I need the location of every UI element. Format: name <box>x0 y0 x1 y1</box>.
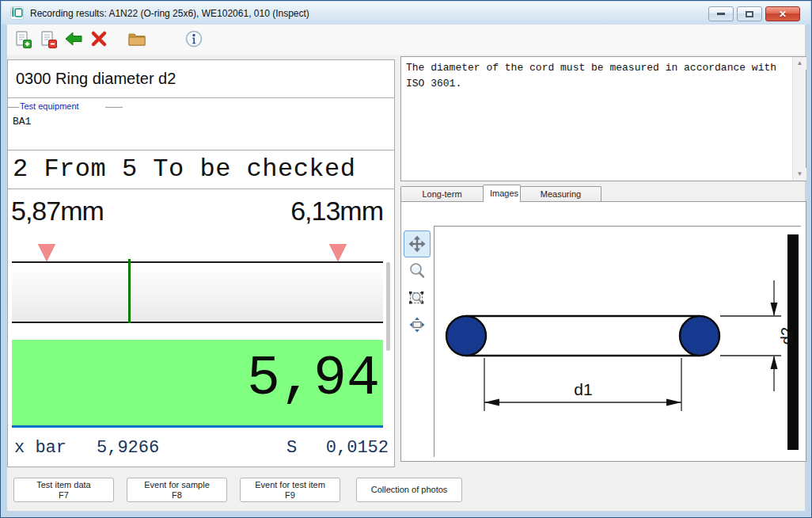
button-hotkey: F7 <box>59 490 69 501</box>
button-hotkey: F8 <box>172 490 182 501</box>
upper-limit-label: 6,13mm <box>290 196 383 227</box>
event-for-test-item-button[interactable]: Event for test item F9 <box>240 478 340 502</box>
test-equipment-label: Test equipment <box>20 101 79 111</box>
tab-strip: Long-term diagram Images Measuring value… <box>400 185 601 202</box>
back-arrow-icon <box>65 30 82 48</box>
close-button[interactable]: ✕ <box>765 6 800 21</box>
description-scrollbar[interactable]: ▲ ▼ <box>792 57 806 181</box>
button-label: Event for sample <box>144 480 210 490</box>
gauge-band <box>12 261 383 323</box>
description-text[interactable]: The diameter of the cord must be measure… <box>401 57 792 181</box>
description-box: The diameter of the cord must be measure… <box>400 56 806 181</box>
statistics-row: x bar 5,9266 S 0,0152 <box>8 438 394 460</box>
test-equipment-value: BA1 <box>13 116 31 128</box>
xbar-label: x bar <box>14 438 66 458</box>
delete-x-icon <box>90 30 108 48</box>
main-toolbar <box>7 25 805 55</box>
oring-diagram-image[interactable]: d1 d2 <box>434 226 801 457</box>
scroll-up-icon[interactable]: ▲ <box>793 57 806 70</box>
gauge-box: 5,87mm 6,13mm 5,94 x bar 5,9266 S 0,0152 <box>7 189 395 467</box>
divider <box>8 107 19 108</box>
app-icon <box>10 6 24 20</box>
info-button[interactable] <box>184 30 203 49</box>
back-button[interactable] <box>64 30 83 49</box>
button-label: Event for test item <box>255 480 325 490</box>
tab-long-term-diagram[interactable]: Long-term diagram <box>400 186 484 202</box>
title-bar: Recording results: A1N22 (O-ring 25x6), … <box>2 2 810 25</box>
measured-value-pointer <box>128 259 131 323</box>
maximize-icon <box>746 11 753 17</box>
sample-status-box: 2 From 5 To be checked <box>7 150 395 189</box>
scroll-down-icon[interactable]: ▼ <box>793 168 806 181</box>
event-for-sample-button[interactable]: Event for sample F8 <box>127 478 227 502</box>
button-label: Test item data <box>36 480 90 490</box>
lower-limit-marker-icon <box>38 244 55 261</box>
pan-tool-button[interactable] <box>404 230 431 257</box>
s-label: S <box>286 438 297 458</box>
button-label: Collection of photos <box>371 485 448 495</box>
fit-to-window-icon <box>408 316 426 333</box>
maximize-button[interactable] <box>737 6 762 21</box>
value-underline <box>12 425 383 428</box>
window-title: Recording results: A1N22 (O-ring 25x6), … <box>30 8 309 19</box>
app-window: Recording results: A1N22 (O-ring 25x6), … <box>0 0 812 518</box>
d2-dimension-label: d2 <box>778 327 795 345</box>
divider <box>105 107 123 108</box>
fit-to-window-tool-button[interactable] <box>404 311 431 338</box>
image-panel: d1 d2 <box>400 201 806 462</box>
remove-record-button[interactable] <box>39 30 58 49</box>
pan-icon <box>408 235 426 253</box>
measured-value-display: 5,94 <box>12 340 383 425</box>
minimize-icon <box>717 13 725 15</box>
gauge-scrollbar-thumb[interactable] <box>386 262 390 351</box>
upper-limit-marker-icon <box>329 244 347 261</box>
magnifier-icon <box>408 262 426 280</box>
xbar-value: 5,9266 <box>97 438 159 458</box>
content-area: 0300 Ring diameter d2 Test equipment BA1… <box>7 25 805 511</box>
lower-limit-label: 5,87mm <box>11 196 104 227</box>
zoom-tool-button[interactable] <box>404 257 431 284</box>
info-icon <box>185 30 203 48</box>
characteristic-header-box: 0300 Ring diameter d2 Test equipment BA1 <box>7 59 395 150</box>
s-value: 0,0152 <box>326 438 389 458</box>
d1-dimension-label: d1 <box>574 380 592 398</box>
characteristic-title: 0300 Ring diameter d2 <box>16 70 176 88</box>
zoom-selection-tool-button[interactable] <box>404 284 431 311</box>
folder-icon <box>127 30 146 48</box>
tab-measuring-values[interactable]: Measuring values <box>520 186 601 202</box>
remove-record-icon <box>39 30 58 49</box>
add-record-icon <box>13 30 32 49</box>
open-folder-button[interactable] <box>127 30 146 49</box>
button-hotkey: F9 <box>285 490 295 501</box>
add-record-button[interactable] <box>13 30 32 49</box>
close-icon: ✕ <box>779 10 787 19</box>
minimize-button[interactable] <box>708 6 734 21</box>
test-item-data-button[interactable]: Test item data F7 <box>13 478 114 502</box>
collection-of-photos-button[interactable]: Collection of photos <box>356 478 462 502</box>
tab-images[interactable]: Images <box>483 185 521 202</box>
zoom-selection-icon <box>408 289 426 307</box>
oring-cross-section-diagram: d1 d2 <box>434 227 802 458</box>
divider <box>8 97 394 98</box>
delete-button[interactable] <box>89 30 108 49</box>
sample-status-text: 2 From 5 To be checked <box>13 150 355 189</box>
